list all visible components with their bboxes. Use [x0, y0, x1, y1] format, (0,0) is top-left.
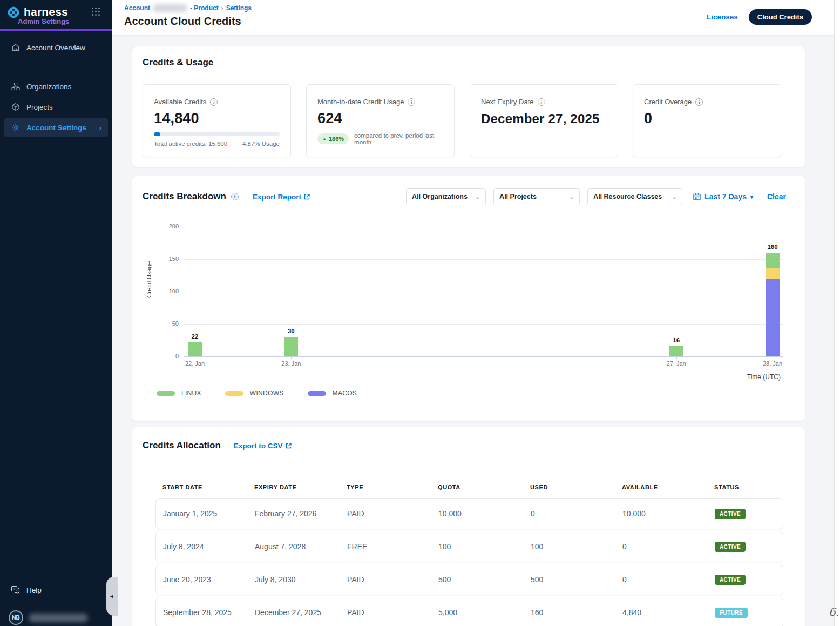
export-report-link[interactable]: Export Report — [253, 193, 310, 201]
cell-used: 160 — [531, 608, 622, 617]
cell-quota: 5,000 — [438, 608, 531, 617]
breadcrumb-account[interactable]: Account — [124, 4, 150, 12]
cell-expiry: August 7, 2028 — [255, 542, 347, 551]
y-tick-label: 100 — [157, 288, 179, 294]
avatar[interactable]: NB — [9, 610, 23, 625]
credits-allocation-section: Credits Allocation Export to CSV START D… — [132, 427, 805, 626]
resource-classes-filter[interactable]: All Resource Classes⌄ — [587, 188, 682, 205]
sidebar-item-label: Projects — [26, 103, 53, 111]
mtd-usage-label: Month-to-date Credit Usage — [317, 98, 404, 106]
breadcrumb-settings[interactable]: Settings — [226, 4, 252, 12]
cell-available: 0 — [622, 542, 715, 551]
chart-gridline — [184, 259, 783, 260]
scrollbar-track[interactable] — [834, 0, 840, 626]
chevron-down-icon: ⌄ — [672, 194, 676, 200]
available-credits-label: Available Credits — [154, 98, 206, 106]
external-link-icon — [286, 443, 292, 449]
help-button[interactable]: ? Help — [11, 585, 42, 595]
x-tick-label: 27. Jan — [659, 360, 694, 367]
available-credits-card: Available Credits i 14,840 Total active … — [143, 84, 291, 157]
chart-plot-area: 0501001502002222. Jan3023. Jan1627. Jan1… — [184, 227, 783, 356]
cell-start: July 8, 2024 — [163, 542, 255, 551]
cell-start: January 1, 2025 — [163, 509, 255, 518]
chevron-down-icon: ⌄ — [476, 194, 480, 200]
licenses-link[interactable]: Licenses — [707, 13, 738, 21]
bar-segment-linux[interactable] — [188, 342, 202, 356]
allocation-table: START DATE EXPIRY DATE TYPE QUOTA USED A… — [155, 484, 783, 626]
total-active-credits: Total active credits: 15,600 — [154, 140, 227, 147]
col-start-date: START DATE — [162, 484, 254, 490]
table-row[interactable]: January 1, 2025February 27, 2026PAID10,0… — [155, 498, 783, 529]
bar-total-label: 30 — [278, 328, 304, 334]
info-icon[interactable]: i — [538, 98, 545, 106]
bar-segment-linux[interactable] — [284, 337, 298, 356]
col-expiry-date: EXPIRY DATE — [254, 484, 347, 490]
sidebar-item-label: Account Overview — [26, 44, 85, 52]
legend-item-macos[interactable]: MACOS — [308, 389, 357, 397]
table-row[interactable]: July 8, 2024August 7, 2028FREE1001000ACT… — [155, 531, 783, 562]
col-used: USED — [530, 484, 622, 490]
chart-gridline — [184, 227, 783, 227]
user-row[interactable]: NB — [9, 610, 88, 625]
mtd-usage-value: 624 — [317, 110, 443, 127]
usage-percent: 4.87% Usage — [242, 140, 280, 147]
legend-swatch — [157, 391, 175, 396]
breadcrumb-product[interactable]: - Product — [190, 4, 219, 12]
legend-item-windows[interactable]: WINDOWS — [225, 389, 284, 397]
org-chart-icon — [11, 82, 20, 91]
cloud-credits-button[interactable]: Cloud Credits — [749, 9, 812, 25]
delta-badge: ▲ 186% — [317, 133, 349, 144]
info-icon[interactable]: i — [231, 193, 239, 200]
status-badge: ACTIVE — [715, 509, 746, 519]
cell-expiry: February 27, 2026 — [255, 509, 347, 518]
sidebar-item-organizations[interactable]: Organizations — [4, 77, 108, 96]
organizations-filter[interactable]: All Organizations⌄ — [406, 188, 486, 205]
status-badge: FUTURE — [715, 608, 748, 618]
redacted-account-name — [153, 4, 187, 12]
chart-gridline — [184, 356, 783, 357]
sidebar-item-account-overview[interactable]: Account Overview — [4, 38, 108, 57]
arrow-up-icon: ▲ — [322, 137, 327, 142]
status-badge: ACTIVE — [715, 542, 746, 552]
cell-quota: 100 — [438, 542, 531, 551]
app-switcher-icon[interactable] — [92, 8, 101, 17]
cell-used: 500 — [531, 575, 622, 584]
info-icon[interactable]: i — [408, 98, 415, 106]
table-header-row: START DATE EXPIRY DATE TYPE QUOTA USED A… — [155, 484, 783, 498]
col-status: STATUS — [714, 484, 783, 490]
info-icon[interactable]: i — [695, 98, 703, 106]
bar-total-label: 16 — [663, 337, 689, 344]
info-icon[interactable]: i — [210, 98, 218, 106]
sidebar-divider — [8, 69, 105, 69]
export-csv-link[interactable]: Export to CSV — [234, 442, 292, 450]
bar-segment-linux[interactable] — [766, 253, 780, 268]
col-quota: QUOTA — [438, 484, 530, 490]
bar-total-label: 22 — [182, 333, 208, 340]
cell-quota: 10,000 — [438, 509, 531, 518]
legend-swatch — [308, 391, 326, 396]
bar-segment-linux[interactable] — [669, 346, 683, 356]
next-expiry-value: December 27, 2025 — [481, 110, 607, 127]
clear-filters-link[interactable]: Clear — [767, 192, 786, 201]
external-link-icon — [304, 194, 310, 200]
cell-used: 100 — [531, 542, 622, 551]
table-row[interactable]: September 28, 2025December 27, 2025PAID5… — [155, 597, 783, 626]
mtd-usage-card: Month-to-date Credit Usage i 624 ▲ 186% … — [306, 84, 455, 157]
col-available: AVAILABLE — [622, 484, 714, 490]
dropdown-arrow-icon: ▾ — [750, 194, 753, 200]
bar-segment-windows[interactable] — [766, 268, 780, 279]
breadcrumb[interactable]: Account - Product › Settings — [124, 4, 252, 12]
available-credits-value: 14,840 — [154, 110, 280, 127]
gear-icon — [11, 123, 20, 132]
date-range-picker[interactable]: Last 7 Days ▾ — [693, 192, 753, 201]
x-tick-mark — [195, 356, 195, 359]
sidebar-collapse-handle[interactable]: ◄ — [106, 577, 118, 616]
legend-item-linux[interactable]: LINUX — [157, 389, 201, 397]
table-row[interactable]: June 20, 2023July 8, 2030PAID5005000ACTI… — [155, 564, 783, 595]
bar-segment-macos[interactable] — [766, 279, 780, 356]
cell-available: 10,000 — [622, 509, 715, 518]
cube-icon — [11, 103, 20, 112]
projects-filter[interactable]: All Projects⌄ — [493, 188, 580, 205]
sidebar-item-projects[interactable]: Projects — [4, 97, 108, 117]
sidebar-item-account-settings[interactable]: Account Settings › — [4, 118, 108, 137]
